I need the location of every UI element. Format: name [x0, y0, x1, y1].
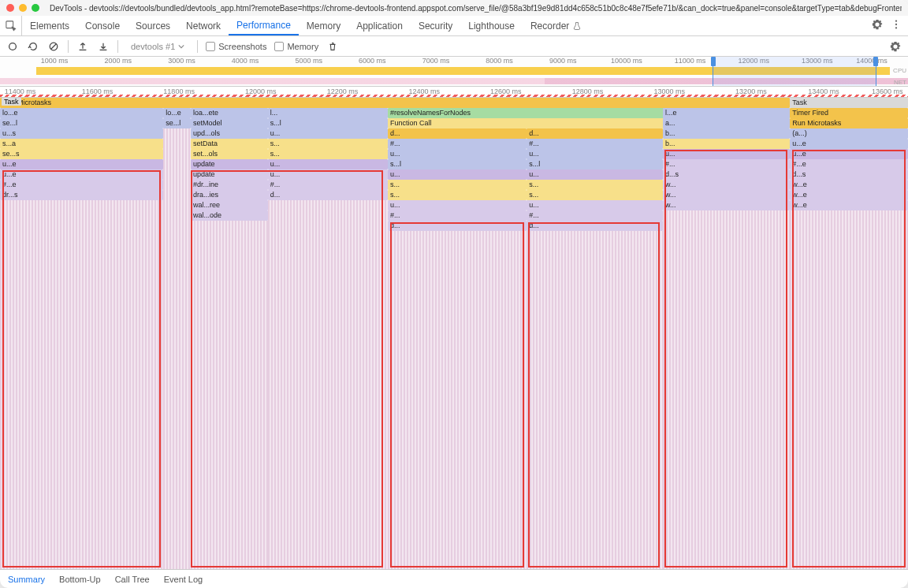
flame-frame[interactable]: u...s [0, 128, 163, 139]
screenshots-checkbox[interactable]: Screenshots [206, 42, 266, 51]
flame-frame[interactable]: d... [527, 128, 663, 139]
tab-performance[interactable]: Performance [229, 16, 299, 35]
settings-button[interactable] [872, 19, 883, 32]
flame-deep-stack[interactable] [163, 128, 191, 569]
upload-profile-button[interactable] [76, 40, 89, 53]
tab-network[interactable]: Network [178, 16, 229, 35]
flame-frame[interactable]: s... [268, 139, 388, 149]
recordings-select[interactable]: devtools #1 [126, 42, 189, 51]
tab-memory[interactable]: Memory [299, 16, 348, 35]
flame-frame[interactable]: #... [527, 210, 663, 221]
flame-frame[interactable]: u... [268, 128, 388, 139]
flame-frame[interactable]: update [191, 169, 268, 180]
flame-frame[interactable]: wal...ode [191, 210, 268, 221]
flame-frame[interactable]: wal...ree [191, 200, 268, 210]
tab-recorder[interactable]: Recorder [523, 16, 590, 35]
flame-frame[interactable]: Run Microtasks [0, 98, 790, 108]
flamechart-ruler[interactable]: 11400 ms 11600 ms 11800 ms 12000 ms 1220… [0, 87, 908, 98]
selection-handle-left[interactable] [711, 57, 716, 66]
flame-frame[interactable]: d...s [663, 169, 790, 180]
flame-frame[interactable]: set...ols [191, 149, 268, 159]
flame-frame[interactable]: s... [388, 190, 527, 200]
flame-frame[interactable]: se...l [163, 118, 191, 128]
flame-frame[interactable]: se...l [0, 118, 163, 128]
memory-checkbox[interactable]: Memory [274, 42, 318, 51]
flame-frame[interactable]: s... [527, 190, 663, 200]
flame-frame[interactable]: d... [388, 128, 527, 139]
selection-handle-right[interactable] [873, 57, 878, 66]
maximize-icon[interactable] [32, 4, 39, 12]
flame-frame[interactable]: d... [268, 190, 388, 200]
flame-frame[interactable]: a... [663, 118, 790, 128]
flame-frame[interactable]: s...l [388, 159, 527, 169]
flame-frame[interactable]: u... [268, 169, 388, 180]
flame-frame[interactable]: lo...e [163, 108, 191, 118]
flame-frame[interactable]: d... [388, 221, 527, 231]
flame-frame[interactable]: u... [527, 200, 663, 210]
flame-frame[interactable]: s... [268, 149, 388, 159]
flame-deep-stack[interactable] [790, 210, 908, 569]
more-menu-button[interactable] [891, 19, 902, 32]
clear-button[interactable] [47, 40, 60, 53]
minimize-icon[interactable] [19, 4, 27, 12]
flamechart[interactable]: Task Run Microtasks Task Timer Fired Run… [0, 98, 908, 569]
flame-frame[interactable]: u...e [790, 139, 908, 149]
flame-frame[interactable]: u... [388, 169, 527, 180]
close-icon[interactable] [6, 4, 14, 12]
flame-frame[interactable]: l... [268, 108, 388, 118]
flame-frame[interactable]: #... [388, 210, 527, 221]
flame-frame[interactable]: setData [191, 139, 268, 149]
flame-frame[interactable]: s...l [527, 159, 663, 169]
flame-frame[interactable]: #... [527, 139, 663, 149]
flame-frame[interactable]: u... [388, 149, 527, 159]
tab-summary[interactable]: Summary [8, 575, 45, 584]
flame-frame[interactable]: w... [663, 180, 790, 190]
flame-frame[interactable]: dr...s [0, 190, 163, 200]
flame-frame[interactable]: (a...) [790, 128, 908, 139]
flame-frame[interactable]: u...e [0, 169, 163, 180]
tab-bottom-up[interactable]: Bottom-Up [59, 575, 101, 584]
tab-console[interactable]: Console [77, 16, 128, 35]
flame-deep-stack[interactable] [527, 231, 663, 569]
flame-frame[interactable]: l...e [663, 108, 790, 118]
flame-frame[interactable]: w... [663, 190, 790, 200]
flame-frame[interactable]: w...e [790, 200, 908, 210]
tab-sources[interactable]: Sources [128, 16, 178, 35]
download-profile-button[interactable] [97, 40, 110, 53]
flame-deep-stack[interactable] [388, 231, 527, 569]
flame-frame[interactable]: u...e [790, 149, 908, 159]
flame-frame[interactable]: se...s [0, 149, 163, 159]
overview-selection[interactable] [713, 57, 876, 86]
flame-frame[interactable]: u... [527, 149, 663, 159]
flame-frame[interactable]: w... [663, 200, 790, 210]
flame-frame[interactable]: d... [527, 221, 663, 231]
record-button[interactable] [6, 40, 19, 53]
tab-lighthouse[interactable]: Lighthouse [460, 16, 523, 35]
flame-frame[interactable]: #...e [790, 159, 908, 169]
flame-deep-stack[interactable] [268, 200, 388, 569]
flame-frame[interactable]: u... [663, 149, 790, 159]
flame-frame[interactable]: #dr...ine [191, 180, 268, 190]
flame-deep-stack[interactable] [0, 200, 163, 569]
tab-application[interactable]: Application [348, 16, 411, 35]
tab-call-tree[interactable]: Call Tree [115, 575, 150, 584]
flame-frame[interactable]: Task [790, 98, 908, 108]
flame-frame[interactable]: s...l [268, 118, 388, 128]
flame-frame[interactable]: dra...ies [191, 190, 268, 200]
flame-frame[interactable]: d...s [790, 169, 908, 180]
flame-frame[interactable]: update [191, 159, 268, 169]
flame-frame[interactable]: loa...ete [191, 108, 268, 118]
flame-frame[interactable]: s... [527, 180, 663, 190]
flame-frame[interactable]: w...e [790, 180, 908, 190]
flame-frame[interactable]: s...a [0, 139, 163, 149]
tab-security[interactable]: Security [411, 16, 460, 35]
inspect-element-button[interactable] [0, 16, 22, 35]
flame-frame[interactable]: lo...e [0, 108, 163, 118]
flame-frame[interactable]: #... [388, 139, 527, 149]
flame-frame[interactable]: b... [663, 128, 790, 139]
flame-frame[interactable]: #... [268, 180, 388, 190]
flame-frame[interactable]: s... [388, 180, 527, 190]
flame-frame[interactable]: u... [268, 159, 388, 169]
flame-frame[interactable]: u... [527, 169, 663, 180]
flame-frame[interactable]: upd...ols [191, 128, 268, 139]
